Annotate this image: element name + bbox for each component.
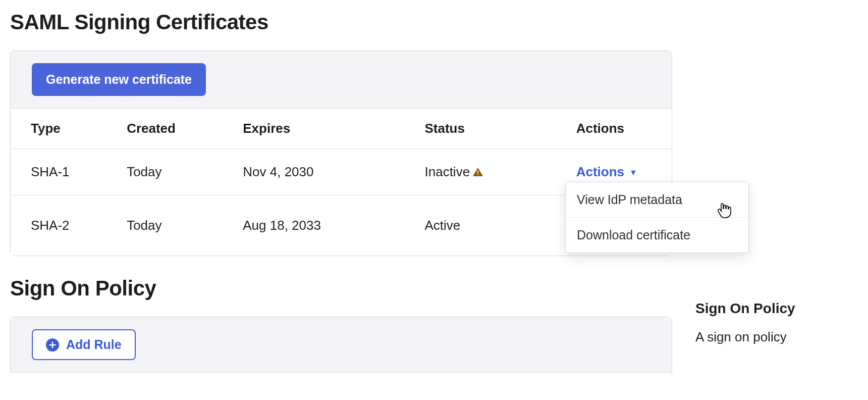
sidebar-sign-on-policy: Sign On Policy A sign on policy [695, 301, 867, 346]
policy-card-header: Add Rule [11, 317, 672, 373]
cell-status: Inactive [414, 149, 566, 195]
policy-section-title: Sign On Policy [10, 276, 858, 301]
cell-expires: Aug 18, 2033 [233, 195, 414, 256]
column-header-actions: Actions [566, 109, 672, 149]
cursor-hand-icon [717, 202, 732, 219]
status-text: Inactive [424, 164, 470, 180]
cell-type: SHA-1 [11, 149, 117, 195]
saml-section-title: SAML Signing Certificates [10, 10, 858, 34]
warning-icon [472, 166, 484, 178]
svg-rect-1 [477, 174, 478, 175]
status-text: Active [424, 218, 460, 233]
add-rule-label: Add Rule [66, 337, 122, 352]
generate-certificate-button[interactable]: Generate new certificate [32, 63, 206, 96]
cell-type: SHA-2 [11, 195, 117, 256]
column-header-status: Status [414, 109, 566, 149]
cell-created: Today [117, 195, 233, 256]
svg-rect-0 [477, 171, 478, 173]
actions-label: Actions [576, 164, 624, 180]
plus-circle-icon [46, 338, 59, 352]
actions-dropdown-trigger[interactable]: Actions ▼ [576, 164, 637, 180]
cell-created: Today [117, 149, 233, 195]
sidebar-body-text: A sign on policy [695, 328, 867, 346]
menu-item-download-certificate[interactable]: Download certificate [566, 218, 748, 253]
sidebar-title: Sign On Policy [695, 301, 867, 317]
add-rule-button[interactable]: Add Rule [32, 329, 136, 360]
cell-status: Active [414, 195, 566, 256]
column-header-created: Created [117, 109, 233, 149]
column-header-expires: Expires [233, 109, 414, 149]
saml-card-header: Generate new certificate [11, 51, 672, 109]
policy-card: Add Rule [10, 317, 672, 373]
cell-expires: Nov 4, 2030 [233, 149, 414, 195]
column-header-type: Type [11, 109, 117, 149]
caret-down-icon: ▼ [629, 169, 637, 177]
